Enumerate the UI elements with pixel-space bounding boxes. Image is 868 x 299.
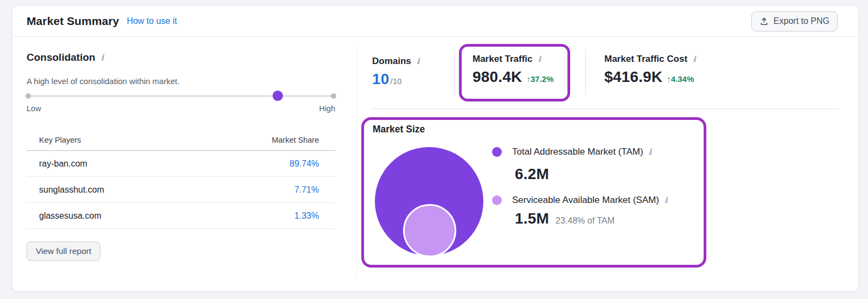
consolidation-title: Consolidation [27,52,95,63]
domains-value: 10 [372,71,390,88]
domains-metric: Domains i 10 /10 [372,56,420,88]
export-button-label: Export to PNG [774,16,829,26]
sam-legend-dot [492,195,502,205]
sam-value: 1.5M [515,210,549,227]
sam-legend-row: Serviceable Available Market (SAM) i [492,195,668,206]
consolidation-slider: Low High [27,91,335,119]
metric-divider [454,49,455,95]
slider-low-label: Low [27,104,41,113]
market-share-value[interactable]: 1.33% [295,211,319,221]
slider-high-label: High [319,104,335,113]
domains-label: Domains [372,56,411,67]
slider-thumb [273,91,283,101]
market-traffic-cost-label: Market Traffic Cost [604,54,687,65]
table-row: sunglasshut.com 7.71% [27,177,335,203]
consolidation-header: Consolidation i [27,52,104,63]
table-header-row: Key Players Market Share [27,125,335,151]
info-icon[interactable]: i [693,55,696,63]
tam-value-row: 6.2M [515,166,549,183]
slider-labels: Low High [27,104,335,113]
table-row: glassesusa.com 1.33% [27,203,335,229]
info-icon[interactable]: i [649,148,652,156]
sam-value-row: 1.5M 23.48% of TAM [515,210,615,227]
info-icon[interactable]: i [417,58,420,66]
market-traffic-value: 980.4K [473,68,522,86]
consolidation-description: A high level of consolidation within mar… [27,77,180,86]
export-icon [760,17,769,26]
market-size-title: Market Size [373,124,425,135]
info-icon[interactable]: i [665,196,668,205]
market-traffic-change: ↑37.2% [527,74,554,84]
tam-legend-row: Total Addressable Market (TAM) i [492,147,652,157]
sam-label: Serviceable Available Market (SAM) [512,195,659,206]
slider-track [27,95,335,97]
table-row: ray-ban.com 89.74% [27,151,335,177]
market-size-highlight-box: Market Size Total Addressable Market (TA… [361,117,706,268]
market-traffic-cost-value: $416.9K [604,68,662,86]
market-summary-card: Market Summary How to use it Export to P… [12,5,859,291]
card-header: Market Summary How to use it Export to P… [12,6,858,37]
market-traffic-metric: Market Traffic i 980.4K ↑37.2% [473,54,554,86]
slider-end-dot-low [25,93,31,99]
market-share-value[interactable]: 7.71% [295,185,319,195]
metrics-bottom-divider [372,109,839,109]
column-header-market-share: Market Share [272,136,319,144]
key-players-table: Key Players Market Share ray-ban.com 89.… [27,125,335,229]
sam-bubble [403,204,456,257]
sam-percent-of-tam: 23.48% of TAM [556,216,615,226]
market-traffic-label: Market Traffic [473,54,533,65]
key-player-domain: sunglasshut.com [39,185,104,195]
column-divider [356,47,357,277]
domains-total: /10 [391,77,402,86]
view-full-report-button[interactable]: View full report [27,241,100,261]
info-icon[interactable]: i [101,54,104,62]
tam-label: Total Addressable Market (TAM) [512,147,643,157]
column-header-key-players: Key Players [39,136,81,144]
key-player-domain: ray-ban.com [39,159,87,169]
market-traffic-cost-metric: Market Traffic Cost i $416.9K ↑4.34% [604,54,696,86]
metric-divider [585,49,586,95]
market-share-value[interactable]: 89.74% [290,159,319,169]
info-icon[interactable]: i [538,55,541,63]
page-title: Market Summary [27,15,119,28]
slider-end-dot-high [331,93,336,99]
market-traffic-cost-change: ↑4.34% [667,74,694,84]
export-to-png-button[interactable]: Export to PNG [751,11,838,31]
tam-legend-dot [492,147,502,157]
key-player-domain: glassesusa.com [39,211,101,221]
how-to-use-link[interactable]: How to use it [127,16,177,26]
tam-value: 6.2M [515,166,549,183]
